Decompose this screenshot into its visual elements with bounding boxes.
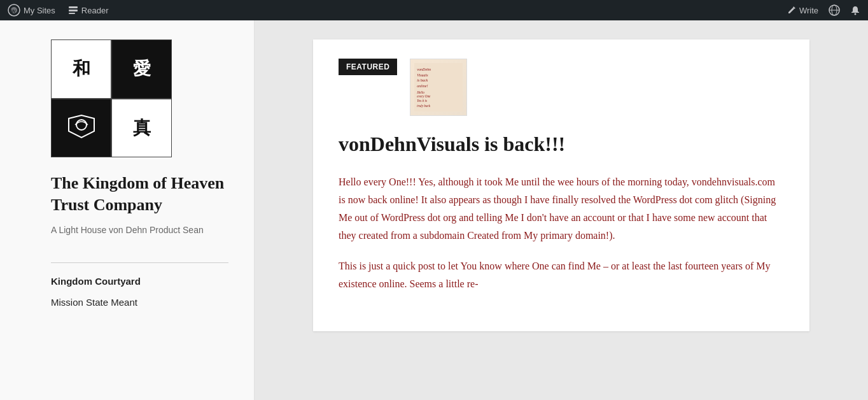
my-sites-label: My Sites <box>24 6 55 15</box>
logo-cell-4: 真 <box>111 99 172 158</box>
svg-text:vonDehn: vonDehn <box>417 68 431 71</box>
bell-icon <box>850 5 860 15</box>
thumbnail-svg: vonDehn Visuals is back online! Hello ev… <box>414 59 463 115</box>
svg-rect-4 <box>69 10 78 11</box>
post-paragraph-2: This is just a quick post to let You kno… <box>339 257 784 293</box>
admin-bar: W My Sites Reader Write <box>0 0 868 20</box>
globe-icon-btn[interactable] <box>829 4 840 16</box>
sidebar: 和 愛 真 The Kingdom of Heaven Trust Compan… <box>0 20 255 400</box>
post-body: Hello every One!!! Yes, although it took… <box>339 173 784 293</box>
svg-text:online!: online! <box>417 84 428 88</box>
reader-icon <box>68 5 78 15</box>
nav-item-kingdom-courtyard[interactable]: Kingdom Courtyard <box>51 271 228 292</box>
svg-text:truly back: truly back <box>417 104 431 108</box>
svg-text:Hello: Hello <box>417 90 425 94</box>
nav-item-mission-state-meant[interactable]: Mission State Meant <box>51 292 228 313</box>
bell-icon-btn[interactable] <box>850 5 860 15</box>
write-button[interactable]: Write <box>787 6 818 15</box>
svg-text:W: W <box>11 8 16 14</box>
globe-icon <box>829 4 840 16</box>
logo-cell-3 <box>51 99 111 158</box>
svg-text:Visuals: Visuals <box>417 73 429 77</box>
featured-badge: FEATURED <box>339 59 397 75</box>
svg-text:every One: every One <box>417 94 431 98</box>
svg-text:is back: is back <box>417 78 428 82</box>
post-card: FEATURED vonDehn Visuals is back online!… <box>313 39 809 331</box>
reader-link[interactable]: Reader <box>68 5 109 15</box>
page-wrapper: 和 愛 真 The Kingdom of Heaven Trust Compan… <box>0 20 868 400</box>
logo-cell-1: 和 <box>51 39 111 99</box>
svg-rect-10 <box>59 106 104 150</box>
svg-rect-5 <box>69 13 75 14</box>
nav-divider <box>51 262 228 263</box>
post-header: FEATURED vonDehn Visuals is back online!… <box>339 59 784 116</box>
admin-bar-right: Write <box>787 4 860 16</box>
write-label: Write <box>799 6 818 15</box>
write-icon <box>787 6 796 15</box>
site-description: A Light House von Dehn Product Sean <box>51 224 228 237</box>
svg-point-9 <box>855 13 857 15</box>
reader-label: Reader <box>81 6 109 15</box>
site-logo: 和 愛 真 <box>51 39 172 157</box>
svg-rect-3 <box>69 6 78 8</box>
post-thumbnail-image: vonDehn Visuals is back online! Hello ev… <box>410 59 466 115</box>
main-content: FEATURED vonDehn Visuals is back online!… <box>255 20 868 400</box>
post-paragraph-1: Hello every One!!! Yes, although it took… <box>339 173 784 245</box>
my-sites-link[interactable]: W My Sites <box>8 4 55 17</box>
site-title: The Kingdom of Heaven Trust Company <box>51 173 228 216</box>
post-title: vonDehnVisuals is back!!! <box>339 131 784 158</box>
svg-text:Yes it is: Yes it is <box>417 99 428 103</box>
post-thumbnail: vonDehn Visuals is back online! Hello ev… <box>410 59 467 116</box>
logo-cell-2: 愛 <box>111 39 172 99</box>
wordpress-icon: W <box>8 4 20 17</box>
